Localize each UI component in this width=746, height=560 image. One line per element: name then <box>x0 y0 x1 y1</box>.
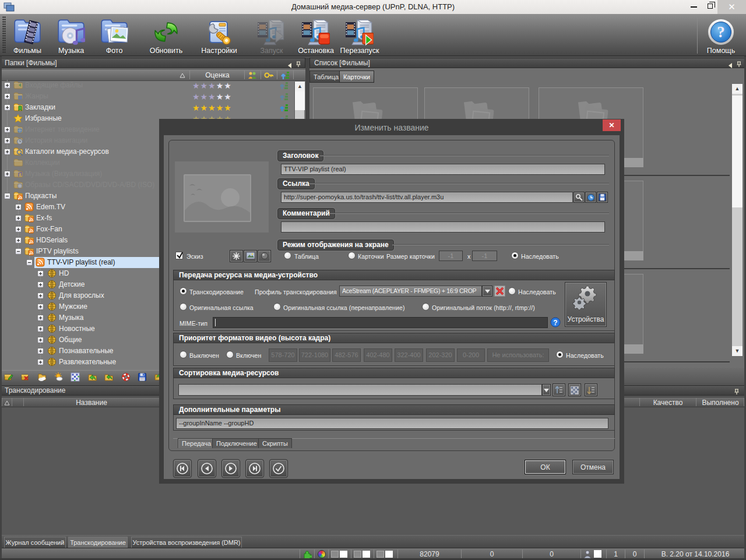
svg-text:?: ? <box>553 319 557 327</box>
svg-text:?: ? <box>717 23 725 41</box>
